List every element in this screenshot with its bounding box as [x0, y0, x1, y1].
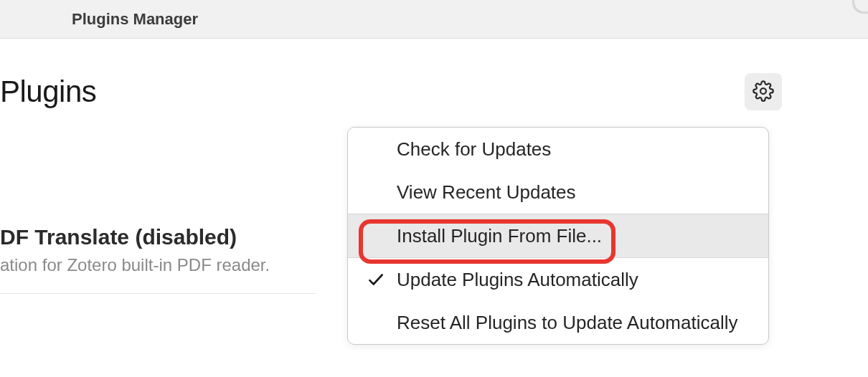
menu-item-check-updates[interactable]: Check for Updates	[348, 128, 768, 171]
menu-item-label: Update Plugins Automatically	[397, 269, 638, 291]
menu-item-label: View Recent Updates	[397, 181, 576, 204]
settings-button[interactable]	[745, 73, 782, 110]
plugin-description: ation for Zotero built-in PDF reader.	[0, 254, 316, 276]
menu-item-label: Check for Updates	[397, 138, 551, 161]
plugin-entry[interactable]: DF Translate (disabled) ation for Zotero…	[0, 225, 316, 294]
menu-item-label: Reset All Plugins to Update Automaticall…	[397, 312, 737, 334]
window-titlebar: Plugins Manager	[0, 0, 868, 39]
menu-item-install-from-file[interactable]: Install Plugin From File...	[348, 214, 768, 257]
menu-item-update-automatically[interactable]: Update Plugins Automatically	[348, 258, 768, 301]
checkmark-icon	[367, 270, 397, 289]
svg-point-0	[760, 88, 766, 94]
menu-item-reset-update-automatically[interactable]: Reset All Plugins to Update Automaticall…	[348, 301, 768, 344]
menu-item-label: Install Plugin From File...	[397, 225, 602, 247]
settings-dropdown: Check for Updates View Recent Updates In…	[347, 127, 769, 345]
plugin-name: DF Translate (disabled)	[0, 225, 316, 249]
page-title: Plugins	[0, 75, 96, 109]
header-row: Plugins	[0, 73, 868, 110]
window-title: Plugins Manager	[72, 10, 198, 29]
gear-icon	[753, 80, 774, 104]
menu-item-view-recent-updates[interactable]: View Recent Updates	[348, 171, 768, 214]
